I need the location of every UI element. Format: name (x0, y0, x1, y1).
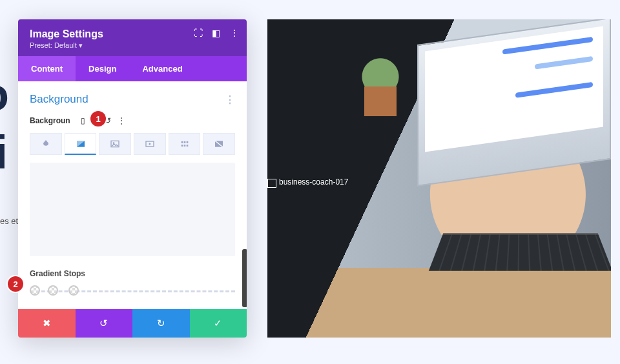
panel-body: Background ⋮ Backgroun ▯ ➤ ↺ ⋮ (18, 81, 247, 309)
panel-preset[interactable]: Preset: Default ▾ (30, 41, 235, 50)
phone-icon[interactable]: ▯ (81, 116, 85, 125)
preset-value: Default (54, 41, 77, 49)
pattern-icon (180, 139, 190, 149)
image-icon (110, 139, 120, 149)
gradient-icon (76, 139, 86, 149)
section-title-background[interactable]: Background (30, 93, 88, 106)
panel-header: Image Settings Preset: Default ▾ ⛶ ◧ ⋮ (18, 19, 247, 56)
columns-icon[interactable]: ◧ (212, 28, 221, 37)
gradient-preview[interactable] (30, 163, 235, 256)
panel-footer: ✖ ↺ ↻ ✓ (18, 309, 247, 338)
bg-type-mask[interactable] (203, 133, 235, 155)
background-text-1: o (0, 71, 8, 117)
expand-icon[interactable]: ⛶ (194, 28, 203, 37)
gradient-stop-3[interactable] (68, 285, 79, 296)
image-settings-panel: Image Settings Preset: Default ▾ ⛶ ◧ ⋮ C… (18, 19, 247, 338)
tab-advanced[interactable]: Advanced (129, 56, 195, 81)
module-preview-image[interactable]: business-coach-017 (267, 19, 611, 338)
plant-shape (358, 58, 403, 116)
save-button[interactable]: ✓ (190, 309, 247, 338)
section-menu-icon[interactable]: ⋮ (225, 94, 235, 106)
bg-type-gradient[interactable] (65, 133, 97, 155)
gradient-stops-track[interactable] (30, 285, 235, 298)
tab-content[interactable]: Content (18, 56, 76, 81)
redo-button[interactable]: ↻ (132, 309, 190, 338)
mask-icon (214, 139, 224, 149)
tab-design[interactable]: Design (76, 56, 129, 81)
background-field-label: Backgroun (30, 116, 70, 125)
gradient-stop-1[interactable] (30, 285, 40, 296)
background-type-tabs (30, 133, 235, 155)
bg-type-image[interactable] (99, 133, 131, 155)
laptop-screen (425, 26, 603, 152)
module-selection-handle[interactable] (267, 179, 276, 188)
module-overlay-label: business-coach-017 (279, 177, 348, 187)
bg-type-video[interactable] (134, 133, 166, 155)
laptop-keyboard (429, 233, 611, 270)
bg-type-pattern[interactable] (169, 133, 201, 155)
bg-type-color[interactable] (30, 133, 62, 155)
kebab-menu-icon[interactable]: ⋮ (230, 28, 239, 37)
preset-label: Preset: (30, 41, 54, 49)
undo-button[interactable]: ↺ (76, 309, 133, 338)
annotation-badge-1: 1 (90, 111, 106, 126)
background-text-2: fi (0, 129, 6, 176)
more-icon[interactable]: ⋮ (118, 116, 125, 125)
panel-scrollbar[interactable] (242, 249, 247, 307)
cancel-button[interactable]: ✖ (18, 309, 76, 338)
paint-drop-icon (41, 139, 51, 149)
gradient-stop-2[interactable] (48, 285, 58, 296)
panel-tabs: Content Design Advanced (18, 56, 247, 81)
laptop-shape (417, 19, 611, 187)
gradient-stops-label: Gradient Stops (30, 269, 235, 278)
video-icon (145, 139, 155, 149)
annotation-badge-2: 2 (8, 276, 23, 292)
gradient-track-line (30, 290, 235, 292)
